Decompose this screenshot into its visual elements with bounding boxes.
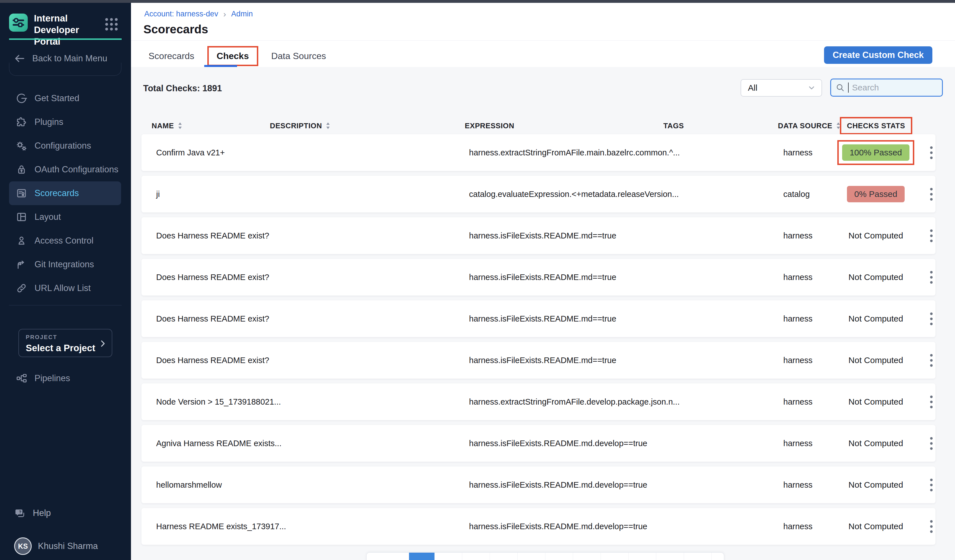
stats-not-computed: Not Computed [849, 397, 903, 407]
column-header-expression: EXPRESSION [465, 115, 514, 136]
sidebar-item-access-control[interactable]: Access Control [9, 229, 121, 253]
sort-icon[interactable] [326, 122, 330, 129]
kebab-dot-icon [930, 447, 933, 450]
tab-bar: Scorecards Checks Data Sources [149, 44, 326, 68]
puzzle-icon [15, 116, 28, 128]
search-input[interactable] [852, 83, 931, 92]
sidebar-item-plugins[interactable]: Plugins [9, 110, 121, 134]
check-expression: harness.isFileExists.README.md==true [469, 300, 617, 337]
kebab-dot-icon [930, 312, 933, 315]
link-icon [15, 282, 28, 295]
pagination-page[interactable] [656, 553, 684, 560]
pagination-page[interactable] [462, 553, 490, 560]
search-icon [836, 83, 845, 92]
user-name: Khushi Sharma [38, 541, 98, 551]
check-data-source: catalog [783, 176, 810, 212]
project-selector[interactable]: PROJECT Select a Project [19, 329, 112, 357]
pagination-page[interactable] [629, 553, 656, 560]
pagination-page[interactable] [490, 553, 518, 560]
kebab-dot-icon [930, 437, 933, 440]
table-row[interactable]: Does Harness README exist?harness.isFile… [141, 300, 935, 337]
help-button[interactable]: ? Help [14, 507, 51, 519]
row-menu-button[interactable] [925, 176, 938, 212]
stats-not-computed: Not Computed [849, 314, 903, 323]
pagination-page[interactable] [518, 553, 545, 560]
tab-data-sources[interactable]: Data Sources [271, 51, 326, 61]
stats-not-computed: Not Computed [849, 522, 903, 531]
page-title: Scorecards [143, 23, 208, 36]
filter-dropdown[interactable]: All [741, 79, 822, 97]
column-header-name: NAME [152, 115, 182, 136]
row-menu-button[interactable] [925, 508, 938, 545]
create-custom-check-button[interactable]: Create Custom Check [824, 46, 932, 64]
pagination-page[interactable] [435, 553, 462, 560]
sidebar-item-layout[interactable]: Layout [9, 205, 121, 229]
table-row[interactable]: Does Harness README exist?harness.isFile… [141, 342, 935, 379]
sidebar-item-oauth-configurations[interactable]: OAuth Configurations [9, 158, 121, 181]
row-menu-button[interactable] [925, 217, 938, 254]
kebab-dot-icon [930, 271, 933, 273]
row-menu-button[interactable] [925, 134, 938, 171]
stats-not-computed: Not Computed [849, 356, 903, 365]
app-window: Internal Developer Portal Back to Main M… [0, 0, 955, 560]
check-name: Does Harness README exist? [156, 259, 269, 296]
pagination-prev[interactable] [366, 553, 409, 560]
breadcrumb-admin-link[interactable]: Admin [231, 9, 253, 19]
kebab-dot-icon [930, 323, 933, 325]
kebab-dot-icon [930, 530, 933, 533]
check-data-source: harness [783, 466, 813, 503]
sidebar-item-scorecards[interactable]: Scorecards [9, 181, 121, 205]
sidebar-item-pipelines[interactable]: Pipelines [9, 367, 121, 390]
row-menu-button[interactable] [925, 300, 938, 337]
sidebar-item-get-started[interactable]: Get Started [9, 86, 121, 110]
kebab-dot-icon [930, 276, 933, 279]
table-row[interactable]: Confirm Java v21+harness.extractStringFr… [141, 134, 935, 171]
annotation-checks-stats-value: 100% Passed [837, 140, 914, 165]
pagination-bar [366, 552, 724, 560]
breadcrumb-separator-icon [223, 10, 226, 18]
row-menu-button[interactable] [925, 425, 938, 462]
check-stats: Not Computed [833, 217, 918, 254]
pagination-page[interactable] [573, 553, 601, 560]
table-row[interactable]: Does Harness README exist?harness.isFile… [141, 217, 935, 254]
table-row[interactable]: Agniva Harness README exists...harness.i… [141, 425, 935, 462]
row-menu-button[interactable] [925, 342, 938, 379]
kebab-dot-icon [930, 240, 933, 242]
project-label: PROJECT [26, 334, 105, 340]
check-data-source: harness [783, 342, 813, 379]
search-box[interactable] [830, 78, 943, 97]
pagination-page[interactable] [545, 553, 573, 560]
app-title: Internal Developer Portal [34, 12, 102, 47]
check-name: Harness README exists_173917... [156, 508, 286, 545]
pagination-page[interactable] [601, 553, 629, 560]
row-menu-button[interactable] [925, 384, 938, 420]
sidebar-accent-rule [9, 38, 122, 40]
tab-scorecards[interactable]: Scorecards [149, 51, 194, 61]
table-row[interactable]: Node Version > 15_1739188021...harness.e… [141, 384, 935, 420]
sidebar-item-url-allow-list[interactable]: URL Allow List [9, 276, 121, 300]
scorecard-icon [15, 187, 28, 200]
column-header-description: DESCRIPTION [270, 115, 330, 136]
pagination-page-active[interactable] [409, 553, 435, 560]
stats-badge-failed: 0% Passed [847, 186, 905, 202]
table-row[interactable]: hellomarshmellowharness.isFileExists.REA… [141, 466, 935, 503]
kebab-dot-icon [930, 147, 933, 149]
sort-icon[interactable] [178, 122, 182, 129]
table-row[interactable]: Does Harness README exist?harness.isFile… [141, 259, 935, 296]
tab-checks[interactable]: Checks [207, 46, 258, 66]
svg-text:?: ? [19, 510, 22, 514]
sidebar-item-git-integrations[interactable]: Git Integrations [9, 253, 121, 276]
row-menu-button[interactable] [925, 466, 938, 503]
kebab-dot-icon [930, 151, 933, 154]
row-menu-button[interactable] [925, 259, 938, 296]
sidebar-item-configurations[interactable]: Configurations [9, 134, 121, 158]
breadcrumb-account-link[interactable]: Account: harness-dev [144, 9, 218, 19]
user-menu[interactable]: KS Khushi Sharma [14, 537, 98, 555]
table-row[interactable]: jicatalog.evaluateExpression.<+metadata.… [141, 176, 935, 212]
check-stats: Not Computed [833, 384, 918, 420]
pagination-page[interactable] [684, 553, 712, 560]
app-launcher-icon[interactable] [105, 18, 121, 32]
check-data-source: harness [783, 300, 813, 337]
table-row[interactable]: Harness README exists_173917...harness.i… [141, 508, 935, 545]
get-started-icon [15, 92, 28, 105]
